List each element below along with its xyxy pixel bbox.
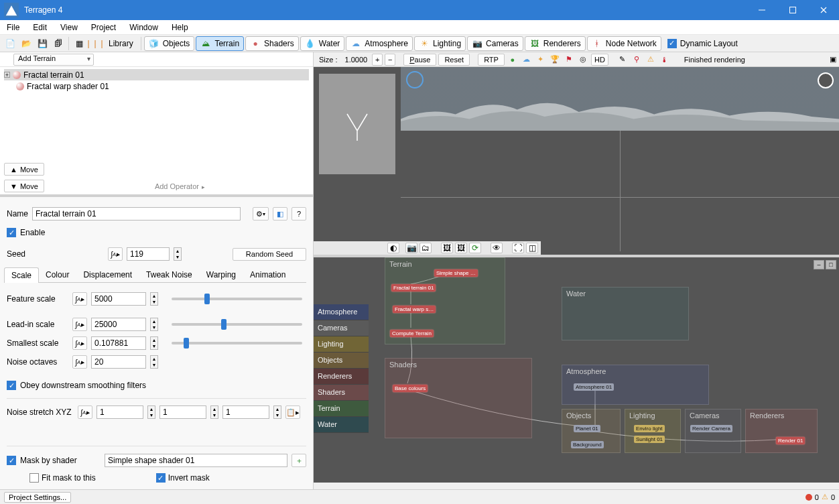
library-button[interactable]: Library (104, 36, 138, 51)
node-min-button[interactable]: – (814, 260, 824, 269)
cat-lighting[interactable]: Lighting (314, 336, 369, 353)
obey-checkbox[interactable] (7, 381, 16, 390)
menu-edit[interactable]: Edit (26, 21, 54, 34)
stretch-x-input[interactable] (96, 405, 143, 419)
refresh-icon[interactable]: ⟳ (469, 243, 481, 253)
library-icon[interactable]: ❘❘❘ (88, 36, 103, 51)
tab-tweak-noise[interactable]: Tweak Noise (139, 267, 200, 282)
cat-shaders[interactable]: Shaders (314, 385, 369, 401)
feature-spinner[interactable]: ▲▼ (150, 292, 158, 306)
menu-file[interactable]: File (0, 21, 26, 34)
pic2-icon[interactable]: 🖼 (455, 243, 467, 253)
node-base-colours[interactable]: Base colours (393, 385, 428, 392)
tab-renderers[interactable]: 🖼Renderers (525, 36, 586, 51)
stretch-y-spinner[interactable]: ▲▼ (210, 405, 218, 419)
fullscreen-icon[interactable]: ⛶ (512, 243, 524, 253)
name-input[interactable] (32, 207, 241, 220)
enable-checkbox[interactable] (7, 228, 16, 237)
node-planet[interactable]: Planet 01 (574, 425, 600, 432)
node-render01[interactable]: Render 01 (776, 437, 805, 444)
rtp-button[interactable]: RTP (478, 54, 505, 66)
node-render-camera[interactable]: Render Camera (690, 425, 732, 432)
node-simple-shape[interactable]: Simple shape … (434, 269, 478, 277)
node-background[interactable]: Background (571, 441, 604, 448)
menu-project[interactable]: Project (84, 21, 123, 34)
flag-icon[interactable]: ⚑ (563, 54, 575, 66)
warn-icon[interactable]: ⚠ (645, 54, 657, 66)
save-icon[interactable]: 💾 (35, 36, 50, 51)
feature-scale-input[interactable] (91, 292, 146, 306)
mask-checkbox[interactable] (7, 456, 16, 465)
node-enviro[interactable]: Enviro light (634, 425, 665, 432)
add-terrain-dropdown[interactable]: Add Terrain (13, 54, 94, 66)
feature-curve-button[interactable]: ∫A▸ (72, 292, 87, 306)
terrain-tree[interactable]: + Fractal terrain 01 Fractal warp shader… (0, 67, 313, 161)
tab-warping[interactable]: Warping (199, 267, 243, 282)
tab-lighting[interactable]: ☀Lighting (414, 36, 466, 51)
size-plus-button[interactable]: + (372, 54, 383, 66)
layers-icon[interactable]: 🗂 (420, 243, 432, 253)
leadin-spinner[interactable]: ▲▼ (150, 318, 158, 331)
tab-colour[interactable]: Colour (38, 267, 76, 282)
random-seed-button[interactable]: Random Seed (233, 248, 306, 261)
stretch-curve-button[interactable]: ∫A▸ (78, 405, 92, 419)
add-operator-dropdown[interactable]: Add Operator (152, 181, 202, 192)
preview-window-button[interactable]: ◧ (273, 207, 287, 220)
nav-gizmo-icon[interactable] (406, 71, 424, 88)
cat-cameras[interactable]: Cameras (314, 320, 369, 336)
copy-icon[interactable]: 🗐 (51, 36, 66, 51)
tab-water[interactable]: 💧Water (300, 36, 345, 51)
viewport[interactable]: ◐ 📷 🗂 🖼 🖼 ⟳ 👁 ⛶ ◫ (314, 67, 839, 255)
tab-terrain[interactable]: ⛰Terrain (196, 36, 244, 51)
noise-octaves-input[interactable] (91, 355, 146, 369)
octaves-curve-button[interactable]: ∫A▸ (72, 355, 87, 369)
leadin-scale-slider[interactable] (172, 323, 302, 326)
maximize-button[interactable] (777, 0, 808, 20)
seed-curve-button[interactable]: ∫A▸ (108, 247, 123, 261)
seed-input[interactable] (127, 247, 170, 261)
cat-renderers[interactable]: Renderers (314, 369, 369, 385)
size-minus-button[interactable]: − (385, 54, 395, 66)
node-fractal-warp[interactable]: Fractal warp s… (393, 306, 436, 313)
tab-atmosphere[interactable]: ☁Atmosphere (346, 36, 413, 51)
contrast-icon[interactable]: ◐ (387, 243, 399, 253)
seed-spinner[interactable]: ▲▼ (174, 247, 182, 261)
tree-item-fractal-terrain[interactable]: + Fractal terrain 01 (4, 69, 309, 80)
node-fractal-terrain[interactable]: Fractal terrain 01 (391, 284, 436, 292)
mask-shader-input[interactable] (105, 454, 287, 467)
smallest-scale-slider[interactable] (172, 342, 302, 344)
target-icon[interactable]: ◎ (577, 54, 589, 66)
cat-terrain[interactable]: Terrain (314, 401, 369, 417)
grid-icon[interactable]: ▦ (72, 36, 86, 51)
pause-button[interactable]: Pause (403, 54, 436, 66)
hd-button[interactable]: HD (591, 54, 608, 66)
stretch-y-input[interactable] (159, 405, 206, 419)
mask-add-button[interactable]: ＋ (292, 454, 306, 467)
tab-scale[interactable]: Scale (4, 267, 39, 283)
node-network-view[interactable]: –□ Atmosphere Cameras Lighting Objects R… (314, 255, 839, 483)
cat-atmosphere[interactable]: Atmosphere (314, 304, 369, 320)
tab-displacement[interactable]: Displacement (76, 267, 139, 282)
tab-shaders[interactable]: ●Shaders (245, 36, 299, 51)
fit-mask-checkbox[interactable] (29, 473, 39, 483)
cat-objects[interactable]: Objects (314, 353, 369, 369)
expand-icon[interactable]: + (4, 72, 10, 78)
menu-view[interactable]: View (54, 21, 84, 34)
open-icon[interactable]: 📂 (19, 36, 34, 51)
octaves-spinner[interactable]: ▲▼ (150, 355, 158, 369)
node-sunlight[interactable]: Sunlight 01 (634, 436, 665, 443)
warn-icon[interactable]: ⚠ (822, 493, 828, 501)
brush-icon[interactable]: ✎ (617, 54, 629, 66)
node-network-button[interactable]: ᚼNode Network (587, 36, 661, 51)
tab-cameras[interactable]: 📷Cameras (467, 36, 523, 51)
pic1-icon[interactable]: 🖼 (441, 243, 453, 253)
smallest-curve-button[interactable]: ∫A▸ (72, 336, 87, 350)
project-settings-button[interactable]: Project Settings... (4, 492, 71, 503)
smallest-spinner[interactable]: ▲▼ (150, 336, 158, 350)
stretch-z-spinner[interactable]: ▲▼ (273, 405, 281, 419)
node-max-button[interactable]: □ (826, 260, 836, 269)
thermo-icon[interactable]: 🌡 (659, 54, 671, 66)
compass-icon[interactable] (818, 72, 834, 88)
eye-icon[interactable]: 👁 (491, 243, 503, 253)
menu-window[interactable]: Window (123, 21, 165, 34)
